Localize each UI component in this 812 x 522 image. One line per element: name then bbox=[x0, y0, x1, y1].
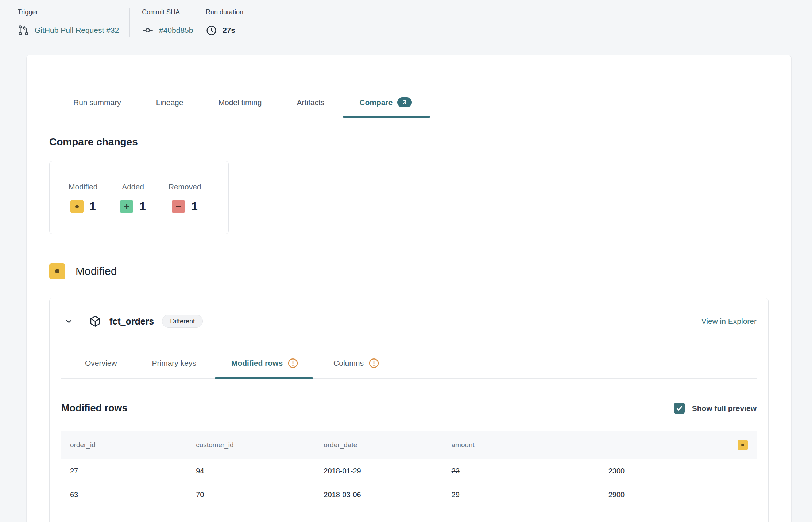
modified-section-header: Modified bbox=[49, 263, 769, 279]
show-full-preview-toggle[interactable]: Show full preview bbox=[674, 403, 757, 414]
table-row: 27 94 2018-01-29 23 2300 bbox=[61, 459, 757, 483]
compare-summary-card: Modified 1 Added + 1 Removed − 1 bbox=[49, 161, 229, 234]
tab-modified-rows[interactable]: Modified rows bbox=[231, 358, 298, 378]
tab-label: Primary keys bbox=[152, 359, 196, 368]
pull-request-icon bbox=[18, 24, 29, 36]
cell-customer-id: 94 bbox=[187, 459, 315, 483]
commit-icon bbox=[142, 24, 154, 36]
summary-removed-count: 1 bbox=[191, 200, 197, 213]
cell-customer-id: 70 bbox=[187, 483, 315, 507]
cell-order-date bbox=[315, 507, 442, 522]
summary-modified-count: 1 bbox=[90, 200, 96, 213]
cell-order-id bbox=[61, 507, 187, 522]
column-header-amount: amount bbox=[443, 431, 757, 459]
view-in-explorer-link[interactable]: View in Explorer bbox=[701, 317, 757, 326]
tab-label: Artifacts bbox=[297, 98, 325, 107]
modified-marker-icon bbox=[738, 440, 748, 450]
checkbox-checked-icon[interactable] bbox=[674, 403, 685, 414]
modified-rows-panel-header: Modified rows Show full preview bbox=[61, 403, 757, 414]
tab-label: Lineage bbox=[156, 98, 183, 107]
tab-columns[interactable]: Columns bbox=[333, 358, 379, 378]
tab-lineage[interactable]: Lineage bbox=[156, 97, 183, 117]
model-card-header: fct_orders Different View in Explorer bbox=[61, 315, 757, 328]
removed-marker-icon: − bbox=[172, 200, 185, 213]
cell-order-date: 2018-03-06 bbox=[315, 483, 442, 507]
cell-order-date: 2018-01-29 bbox=[315, 459, 442, 483]
trigger-label: Trigger bbox=[18, 8, 129, 16]
summary-added-label: Added bbox=[122, 183, 144, 191]
model-tabs: Overview Primary keys Modified rows Colu… bbox=[61, 358, 757, 379]
summary-removed-label: Removed bbox=[169, 183, 201, 191]
cell-amount-new bbox=[600, 507, 757, 522]
table-row-partial bbox=[61, 507, 757, 522]
trigger-link[interactable]: GitHub Pull Request #32 bbox=[35, 26, 119, 35]
table-row: 63 70 2018-03-06 29 2900 bbox=[61, 483, 757, 507]
column-header-order-id: order_id bbox=[61, 431, 187, 459]
tab-compare[interactable]: Compare 3 bbox=[359, 97, 412, 117]
tab-label: Modified rows bbox=[231, 359, 283, 368]
compare-count-badge: 3 bbox=[397, 97, 411, 107]
tab-artifacts[interactable]: Artifacts bbox=[297, 97, 325, 117]
modified-rows-heading: Modified rows bbox=[61, 403, 128, 414]
tab-label: Columns bbox=[333, 359, 364, 368]
commit-sha-link[interactable]: #40bd85b bbox=[159, 26, 193, 35]
summary-removed: Removed − 1 bbox=[169, 183, 201, 213]
commit-sha-label: Commit SHA bbox=[142, 8, 193, 16]
run-duration-meta: Run duration 27s bbox=[193, 8, 243, 55]
cell-amount-old: 29 bbox=[443, 483, 600, 507]
cell-customer-id bbox=[187, 507, 315, 522]
modified-section-title: Modified bbox=[76, 265, 117, 277]
added-marker-icon: + bbox=[120, 200, 133, 213]
tab-label: Overview bbox=[85, 359, 117, 368]
summary-modified-label: Modified bbox=[69, 183, 97, 191]
run-tabs: Run summary Lineage Model timing Artifac… bbox=[49, 97, 769, 117]
show-full-preview-label: Show full preview bbox=[692, 404, 757, 413]
tab-label: Run summary bbox=[73, 98, 121, 107]
commit-meta: Commit SHA #40bd85b bbox=[130, 8, 193, 55]
tab-label: Model timing bbox=[218, 98, 262, 107]
run-duration-value: 27s bbox=[223, 26, 235, 35]
tab-model-timing[interactable]: Model timing bbox=[218, 97, 262, 117]
warning-icon bbox=[368, 358, 379, 369]
tab-primary-keys[interactable]: Primary keys bbox=[152, 358, 196, 378]
cell-amount-old: 23 bbox=[443, 459, 600, 483]
model-cube-icon bbox=[89, 315, 101, 327]
cell-order-id: 63 bbox=[61, 483, 187, 507]
model-name: fct_orders bbox=[109, 316, 154, 327]
modified-marker-icon bbox=[49, 263, 65, 279]
tab-overview[interactable]: Overview bbox=[85, 358, 117, 378]
table-header-row: order_id customer_id order_date amount bbox=[61, 431, 757, 459]
run-duration-label: Run duration bbox=[206, 8, 243, 16]
cell-amount-new: 2900 bbox=[600, 483, 757, 507]
warning-icon bbox=[287, 358, 298, 369]
different-badge: Different bbox=[162, 315, 203, 328]
column-header-customer-id: customer_id bbox=[187, 431, 315, 459]
column-header-order-date: order_date bbox=[315, 431, 442, 459]
model-card-fct-orders: fct_orders Different View in Explorer Ov… bbox=[49, 298, 769, 522]
modified-rows-table: order_id customer_id order_date amount 2… bbox=[61, 431, 757, 522]
tab-label: Compare bbox=[359, 98, 393, 107]
run-detail-card: Run summary Lineage Model timing Artifac… bbox=[26, 55, 792, 522]
clock-icon bbox=[206, 25, 217, 36]
tab-run-summary[interactable]: Run summary bbox=[73, 97, 121, 117]
summary-added: Added + 1 bbox=[120, 183, 146, 213]
cell-amount-new: 2300 bbox=[600, 459, 757, 483]
compare-changes-heading: Compare changes bbox=[49, 136, 769, 148]
summary-added-count: 1 bbox=[139, 200, 146, 213]
trigger-meta: Trigger GitHub Pull Request #32 bbox=[18, 8, 129, 55]
cell-amount-old bbox=[443, 507, 600, 522]
summary-modified: Modified 1 bbox=[69, 183, 97, 213]
modified-marker-icon bbox=[70, 200, 84, 213]
cell-order-id: 27 bbox=[61, 459, 187, 483]
chevron-down-icon[interactable] bbox=[64, 316, 74, 326]
column-header-amount-label: amount bbox=[452, 441, 475, 449]
run-meta-header: Trigger GitHub Pull Request #32 Commit S… bbox=[0, 0, 812, 55]
